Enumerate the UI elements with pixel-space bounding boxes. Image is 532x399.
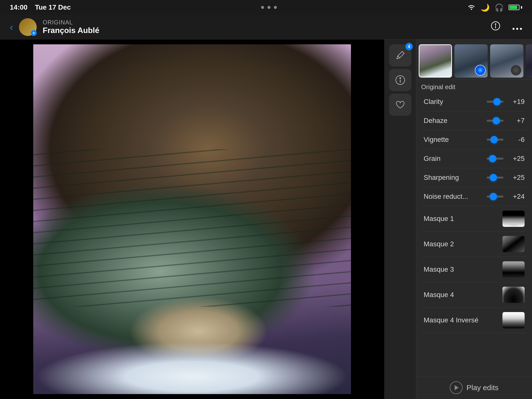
clarity-label: Clarity [424,98,483,106]
noise-reduction-track[interactable] [487,196,503,198]
battery-icon [509,5,522,10]
mask-1-thumb [502,211,525,227]
mask-1-label: Masque 1 [424,215,502,223]
edit-badge: 4 [405,43,413,50]
photo-area [0,39,384,399]
sliders-area: Clarity +19 Dehaze [416,92,532,376]
mask-4-label: Masque 4 [424,291,502,299]
photo-overlay [33,149,351,307]
dehaze-label: Dehaze [424,117,483,125]
thumb-circle-dark [511,65,521,76]
sharpening-row: Sharpening +25 [421,168,527,187]
thumbnail-2[interactable] [454,44,488,78]
vignette-label: Vignette [424,136,483,144]
original-label: ORIGINAL [43,19,99,26]
headphones-icon: 🎧 [495,3,504,12]
user-name: François Aublé [43,26,99,35]
back-button[interactable]: ‹ [10,22,13,32]
play-edits-bar: Play edits [416,376,532,399]
play-circle-icon [450,381,463,394]
original-edit-label: Original edit [416,80,532,92]
status-bar: 14:00 Tue 17 Dec 🌙 🎧 [0,0,532,15]
mask-4-thumb [502,287,525,303]
dehaze-value: +7 [507,117,525,125]
moon-icon: 🌙 [481,3,490,12]
mask-2-row[interactable]: Masque 2 [421,232,527,257]
mask-3-row[interactable]: Masque 3 [421,257,527,282]
clarity-row: Clarity +19 [421,92,527,111]
grain-label: Grain [424,155,483,163]
svg-point-3 [513,28,515,30]
thumbnail-3[interactable] [490,44,523,78]
thumb-circle-blue [475,65,486,76]
mask-4-row[interactable]: Masque 4 [421,282,527,308]
svg-point-4 [516,28,518,30]
vignette-row: Vignette -6 [421,130,527,149]
status-date: Tue 17 Dec [35,3,71,11]
top-nav: ‹ + ORIGINAL François Aublé [0,15,532,39]
vignette-track[interactable] [487,139,503,141]
mask-3-thumb [502,261,525,278]
sharpening-label: Sharpening [424,174,483,182]
play-triangle-icon [455,385,459,390]
edits-panel: Original edit Clarity +19 Deha [416,39,532,399]
thumbnail-1[interactable] [419,44,452,78]
nav-right [489,19,522,35]
thumb-circle-overlay-3 [511,65,521,76]
info-tool-button[interactable] [389,69,411,91]
status-time: 14:00 [10,3,28,11]
clarity-track[interactable] [487,101,503,103]
thumbnail-4[interactable] [526,44,532,78]
thumb-circle-overlay-2 [475,65,486,76]
mask-3-label: Masque 3 [424,266,502,273]
noise-reduction-row: Noise reduct... +24 [421,187,527,206]
play-edits-button[interactable]: Play edits [450,381,499,394]
dot-2 [267,6,270,9]
main-content: 4 [0,39,532,399]
grain-track[interactable] [487,158,503,160]
grain-value: +25 [507,155,525,163]
dehaze-track[interactable] [487,120,503,122]
status-right: 🌙 🎧 [467,3,522,12]
thumb-image-1 [419,45,451,77]
status-center [261,6,277,9]
photo-image [33,44,351,394]
svg-point-5 [520,28,522,30]
status-left: 14:00 Tue 17 Dec [10,3,71,11]
mask-4-inv-label: Masque 4 Inversé [424,316,502,324]
avatar-plus-icon: + [31,30,37,36]
sharpening-track[interactable] [487,177,503,179]
wifi-icon [467,3,476,12]
more-button[interactable] [512,22,522,32]
user-avatar-wrap: + [19,18,37,36]
nav-left: ‹ + ORIGINAL François Aublé [10,18,99,36]
side-panel: 4 [384,39,532,399]
sharpening-value: +25 [507,174,525,182]
info-button[interactable] [489,19,502,35]
noise-reduction-label: Noise reduct... [424,193,483,200]
mask-2-label: Masque 2 [424,240,502,248]
play-edits-label: Play edits [466,383,499,392]
noise-reduction-value: +24 [507,193,525,200]
vignette-value: -6 [507,136,525,144]
nav-user-info: ORIGINAL François Aublé [43,19,99,35]
mask-4-inv-row[interactable]: Masque 4 Inversé [421,308,527,333]
thumbnail-row [416,39,532,80]
clarity-value: +19 [507,98,525,106]
mask-1-row[interactable]: Masque 1 [421,206,527,232]
grain-row: Grain +25 [421,149,527,168]
svg-point-8 [400,78,401,79]
tool-sidebar: 4 [384,39,416,399]
svg-point-2 [495,24,496,25]
photo-container [33,44,351,394]
favorite-tool-button[interactable] [389,94,411,116]
mask-4-inv-thumb [502,312,525,328]
dehaze-row: Dehaze +7 [421,111,527,130]
edit-tool-button[interactable]: 4 [389,44,411,66]
dot-1 [261,6,264,9]
dot-3 [274,6,277,9]
mask-2-thumb [502,236,525,252]
thumb-image-4 [526,44,532,78]
